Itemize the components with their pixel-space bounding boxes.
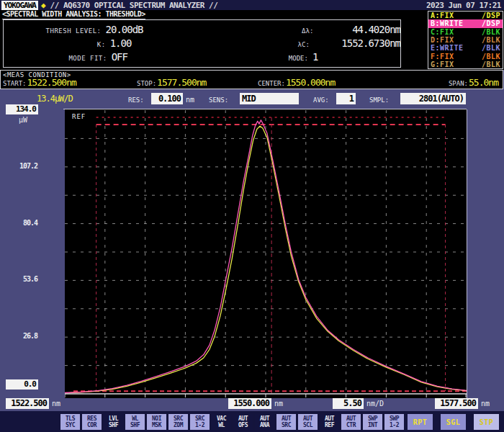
meas-condition-panel: <MEAS CONDITION> START: 1522.500nm STOP:… bbox=[0, 70, 503, 89]
osa-screen: YOKOGAWA ◆ // AQ6370 OPTICAL SPECTRUM AN… bbox=[0, 0, 504, 432]
y-bottom-box: 0.0 bbox=[6, 379, 38, 390]
softkey-lvl-shf[interactable]: LVLSHF bbox=[104, 414, 123, 430]
level-per-division: 13.4μW/D bbox=[37, 94, 73, 104]
mode-label: MODE: bbox=[127, 55, 308, 62]
start-label: START: bbox=[3, 80, 27, 87]
analysis-strip: <SPECTRAL WIDTH ANALYSIS: THRESHOLD> THR… bbox=[0, 10, 504, 70]
trace-display-status: /DSP bbox=[482, 12, 500, 19]
trace-mode-label: D:FIX bbox=[431, 36, 454, 44]
trace-mode-label: B:WRITE bbox=[431, 19, 464, 27]
x-per-div-unit: nm/D bbox=[366, 400, 384, 408]
softkey-wl-shf[interactable]: WLSHF bbox=[125, 414, 145, 430]
softkey-toolbar: TLSSYCRESCORLVLSHFWLSHFNOIMSKSRCZOMSRC1-… bbox=[0, 411, 504, 432]
trace-row-c[interactable]: C:FIX/BLK bbox=[428, 28, 503, 36]
trace-display-status: /BLK bbox=[482, 60, 500, 68]
span-label: SPAN: bbox=[449, 80, 468, 87]
start-value: 1522.500nm bbox=[27, 77, 76, 88]
softkey-aut-ofs[interactable]: AUTOFS bbox=[233, 414, 253, 430]
smpl-label: SMPL: bbox=[369, 96, 389, 104]
mode-fit-label: MODE FIT: bbox=[4, 55, 107, 62]
mode-value: 1 bbox=[308, 51, 400, 63]
trace-mode-label: A:FIX bbox=[431, 12, 454, 19]
softkey-aut-src[interactable]: AUTSRC bbox=[276, 414, 296, 430]
sens-field[interactable]: MID bbox=[240, 93, 299, 104]
span-value: 55.0nm bbox=[469, 77, 498, 88]
y-axis-tick-label: 107.2 bbox=[0, 162, 37, 170]
trace-status-panel: A:FIX/DSPB:WRITE/DSPC:FIX/BLKD:FIX/BLKE:… bbox=[428, 11, 503, 69]
x-stop-unit: nm bbox=[481, 400, 490, 408]
trace-row-e[interactable]: E:WRITE/BLK bbox=[428, 44, 503, 52]
sens-label: SENS: bbox=[209, 96, 228, 104]
trace-mode-label: F:FIX bbox=[431, 53, 454, 60]
plot-right-border bbox=[467, 109, 467, 398]
spectrum-chart bbox=[65, 110, 467, 398]
y-axis-tick-label: 53.6 bbox=[0, 275, 37, 283]
y-axis-unit: μW bbox=[19, 116, 27, 124]
trace-mode-label: G:FIX bbox=[431, 60, 454, 68]
softkey-rpt[interactable]: RPT bbox=[408, 414, 433, 430]
res-unit: nm bbox=[186, 96, 194, 104]
avg-label: AVG: bbox=[313, 96, 329, 104]
res-label: RES: bbox=[128, 96, 144, 104]
softkey-noi-msk[interactable]: NOIMSK bbox=[147, 414, 166, 430]
trace-row-f[interactable]: F:FIX/BLK bbox=[428, 52, 503, 60]
smpl-field[interactable]: 2801(AUTO) bbox=[400, 93, 466, 104]
x-stop-box: 1577.500 bbox=[435, 398, 478, 409]
softkey-res-cor[interactable]: RESCOR bbox=[82, 414, 102, 430]
k-value: 1.00 bbox=[110, 37, 132, 49]
instrument-title: // AQ6370 OPTICAL SPECTRUM ANALYZER // bbox=[50, 1, 218, 10]
center-label: CENTER: bbox=[258, 80, 285, 87]
datetime: 2023 Jun 07 17:21 bbox=[426, 1, 501, 10]
trace-display-status: /BLK bbox=[482, 28, 500, 36]
avg-field[interactable]: 1 bbox=[336, 93, 356, 104]
mode-fit-value: OFF bbox=[112, 51, 127, 63]
spectrum-plot-area: REF bbox=[65, 109, 467, 398]
x-center-unit: nm bbox=[274, 400, 283, 408]
trace-display-status: /BLK bbox=[482, 44, 500, 52]
x-axis-label-row: 1522.500 nm 1550.000 nm 5.50 nm/D 1577.5… bbox=[0, 398, 504, 410]
thresh-level-label: THRESH LEVEL: bbox=[4, 27, 102, 35]
stop-label: STOP: bbox=[137, 80, 156, 87]
sweep-action-keys: RPTSGLSTP bbox=[408, 414, 499, 430]
softkey-group: TLSSYCRESCORLVLSHFWLSHFNOIMSKSRCZOMSRC1-… bbox=[60, 414, 404, 430]
brand-diamond-icon: ◆ bbox=[41, 1, 46, 10]
y-axis-tick-label: 26.8 bbox=[0, 332, 37, 340]
yokogawa-logo: YOKOGAWA bbox=[1, 1, 38, 10]
stop-value: 1577.500nm bbox=[157, 77, 206, 88]
sweep-settings-row: 13.4μW/D RES: 0.100 nm SENS: MID AVG: 1 … bbox=[0, 90, 504, 109]
trace-row-g[interactable]: G:FIX/BLK bbox=[428, 60, 503, 68]
softkey-src-1-2[interactable]: SRC1-2 bbox=[190, 414, 210, 430]
softkey-src-zom[interactable]: SRCZOM bbox=[168, 414, 188, 430]
analysis-params-box: THRESH LEVEL: 20.00dB Δλ: 44.4020nm K: 1… bbox=[3, 19, 401, 68]
trace-mode-label: C:FIX bbox=[431, 28, 454, 36]
delta-lambda-label: Δλ: bbox=[143, 27, 314, 35]
softkey-stp[interactable]: STP bbox=[474, 414, 499, 430]
softkey-swp-1-2[interactable]: SWP1-2 bbox=[384, 414, 404, 430]
trace-display-status: /DSP bbox=[482, 19, 500, 27]
softkey-swp-int[interactable]: SWPINT bbox=[363, 414, 382, 430]
thresh-level-value: 20.00dB bbox=[106, 24, 143, 35]
trace-mode-label: E:WRITE bbox=[431, 44, 464, 52]
trace-row-d[interactable]: D:FIX/BLK bbox=[428, 36, 503, 44]
res-field[interactable]: 0.100 bbox=[151, 93, 183, 104]
trace-row-a[interactable]: A:FIX/DSP bbox=[428, 12, 503, 19]
trace-row-b[interactable]: B:WRITE/DSP bbox=[428, 19, 503, 27]
analysis-panel-title: <SPECTRAL WIDTH ANALYSIS: THRESHOLD> bbox=[2, 10, 145, 19]
delta-lambda-value: 44.4020nm bbox=[313, 24, 400, 35]
ref-level-box: 134.0 bbox=[6, 104, 38, 114]
title-bar: YOKOGAWA ◆ // AQ6370 OPTICAL SPECTRUM AN… bbox=[0, 0, 504, 10]
trace-display-status: /BLK bbox=[482, 53, 500, 60]
softkey-sgl[interactable]: SGL bbox=[441, 414, 466, 430]
softkey-aut-ctr[interactable]: AUTCTR bbox=[341, 414, 361, 430]
softkey-aut-scl[interactable]: AUTSCL bbox=[298, 414, 318, 430]
softkey-tls-syc[interactable]: TLSSYC bbox=[60, 414, 80, 430]
softkey-aut-ref[interactable]: AUTREF bbox=[320, 414, 339, 430]
y-axis-tick-label: 80.4 bbox=[0, 219, 37, 227]
center-value: 1550.000nm bbox=[286, 77, 335, 88]
lambda-c-value: 1552.6730nm bbox=[310, 37, 400, 49]
softkey-aut-ana[interactable]: AUTANA bbox=[255, 414, 274, 430]
softkey-vac-wl[interactable]: VACWL bbox=[212, 414, 231, 430]
trace-display-status: /BLK bbox=[482, 36, 500, 44]
lambda-c-label: λC: bbox=[131, 41, 309, 48]
k-label: K: bbox=[4, 41, 106, 48]
